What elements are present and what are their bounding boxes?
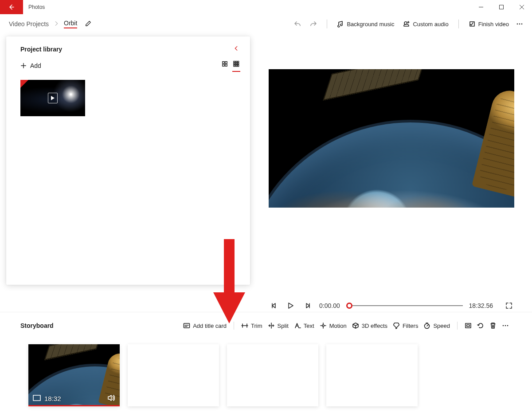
trim-label: Trim <box>251 323 262 329</box>
svg-rect-7 <box>223 64 224 66</box>
svg-rect-10 <box>235 61 237 63</box>
app-title: Photos <box>23 0 471 14</box>
minimize-button[interactable] <box>471 0 491 14</box>
main-area: Project library Add <box>0 34 532 312</box>
storyboard-slot-empty-1[interactable] <box>128 344 219 406</box>
current-timecode: 0:00.00 <box>319 302 340 309</box>
rotate-button[interactable] <box>474 320 487 331</box>
background-music-button[interactable]: Background music <box>334 19 397 29</box>
collapse-library-button[interactable] <box>233 45 239 53</box>
filters-label: Filters <box>403 323 418 329</box>
undo-button[interactable] <box>291 19 304 29</box>
back-button[interactable] <box>0 0 23 14</box>
split-label: Split <box>278 323 289 329</box>
svg-rect-12 <box>234 63 235 64</box>
svg-rect-11 <box>238 61 239 63</box>
svg-rect-14 <box>238 63 239 64</box>
background-music-label: Background music <box>347 21 394 28</box>
svg-rect-9 <box>234 61 235 63</box>
3d-effects-label: 3D effects <box>362 323 387 329</box>
seek-track <box>346 305 463 306</box>
3d-effects-button[interactable]: 3D effects <box>349 320 390 331</box>
custom-audio-label: Custom audio <box>413 21 448 28</box>
photos-video-editor-window: Photos Video Projects Orbit <box>0 0 532 417</box>
project-library-title: Project library <box>20 46 233 53</box>
svg-rect-25 <box>33 395 40 401</box>
svg-point-24 <box>507 325 509 327</box>
svg-point-19 <box>322 325 324 327</box>
titlebar: Photos <box>0 0 532 14</box>
seek-thumb[interactable] <box>346 303 352 309</box>
play-button[interactable] <box>286 303 296 309</box>
storyboard-slot-empty-3[interactable] <box>326 344 418 406</box>
filters-button[interactable]: Filters <box>390 320 421 331</box>
previous-frame-button[interactable] <box>269 303 279 309</box>
motion-label: Motion <box>329 323 347 329</box>
aspect-ratio-icon <box>33 395 41 402</box>
breadcrumb-root[interactable]: Video Projects <box>9 20 49 28</box>
delete-clip-button[interactable] <box>487 320 499 331</box>
separator <box>327 20 327 28</box>
finish-video-label: Finish video <box>478 21 509 28</box>
total-timecode: 18:32.56 <box>469 302 493 309</box>
clip-duration: 18:32 <box>44 395 61 402</box>
motion-button[interactable]: Motion <box>317 320 349 331</box>
close-button[interactable] <box>512 0 532 14</box>
svg-rect-16 <box>235 65 237 67</box>
maximize-button[interactable] <box>491 0 512 14</box>
command-bar: Video Projects Orbit Background music Cu… <box>0 14 532 34</box>
svg-rect-15 <box>234 65 235 67</box>
speed-button[interactable]: Speed <box>421 320 453 331</box>
fullscreen-button[interactable] <box>504 302 514 309</box>
separator <box>458 20 459 28</box>
text-button[interactable]: Text <box>291 320 317 331</box>
svg-rect-13 <box>235 63 237 64</box>
split-button[interactable]: Split <box>265 320 291 331</box>
library-clip-1[interactable] <box>20 80 85 116</box>
audio-icon <box>107 394 115 403</box>
svg-rect-18 <box>184 323 190 328</box>
storyboard-clips: 18:32 <box>0 331 532 417</box>
svg-point-22 <box>503 325 504 327</box>
text-label: Text <box>304 323 314 329</box>
svg-point-3 <box>519 24 520 25</box>
next-frame-button[interactable] <box>302 303 313 309</box>
redo-button[interactable] <box>307 19 320 29</box>
small-tiles-view-button[interactable] <box>233 61 239 70</box>
breadcrumb-current[interactable]: Orbit <box>64 20 77 28</box>
custom-audio-button[interactable]: Custom audio <box>400 19 451 29</box>
svg-rect-21 <box>466 323 471 328</box>
breadcrumb: Video Projects Orbit <box>9 20 91 28</box>
svg-rect-6 <box>225 62 227 63</box>
annotation-arrow-icon <box>211 239 247 328</box>
seek-bar[interactable] <box>346 301 463 310</box>
large-tiles-view-button[interactable] <box>222 61 228 70</box>
storyboard-more-button[interactable] <box>499 320 512 331</box>
svg-rect-5 <box>223 62 224 63</box>
svg-rect-0 <box>500 5 504 9</box>
preview-area: 0:00.00 18:32.56 <box>250 34 532 312</box>
resize-button[interactable] <box>462 320 474 331</box>
storyboard-title: Storyboard <box>20 322 54 329</box>
add-media-label: Add <box>30 62 41 69</box>
storyboard-section: Storyboard Add title card Trim Split Tex… <box>0 312 532 417</box>
storyboard-slot-empty-2[interactable] <box>227 344 318 406</box>
svg-rect-17 <box>238 65 239 67</box>
svg-point-23 <box>505 325 506 327</box>
svg-point-1 <box>404 22 407 24</box>
player-controls: 0:00.00 18:32.56 <box>269 293 514 312</box>
chevron-right-icon <box>53 20 59 28</box>
storyboard-clip-1[interactable]: 18:32 <box>28 344 120 406</box>
finish-video-button[interactable]: Finish video <box>466 19 512 29</box>
add-media-button[interactable]: Add <box>20 62 41 69</box>
play-icon <box>48 93 58 103</box>
rename-project-button[interactable] <box>85 20 91 28</box>
svg-point-2 <box>517 24 518 25</box>
separator <box>457 322 458 330</box>
speed-label: Speed <box>433 323 450 329</box>
preview-frame[interactable] <box>269 69 514 208</box>
more-options-button[interactable] <box>515 19 524 29</box>
svg-point-4 <box>521 24 523 25</box>
storyboard-toolbar: Storyboard Add title card Trim Split Tex… <box>0 320 532 331</box>
svg-rect-8 <box>225 64 227 66</box>
